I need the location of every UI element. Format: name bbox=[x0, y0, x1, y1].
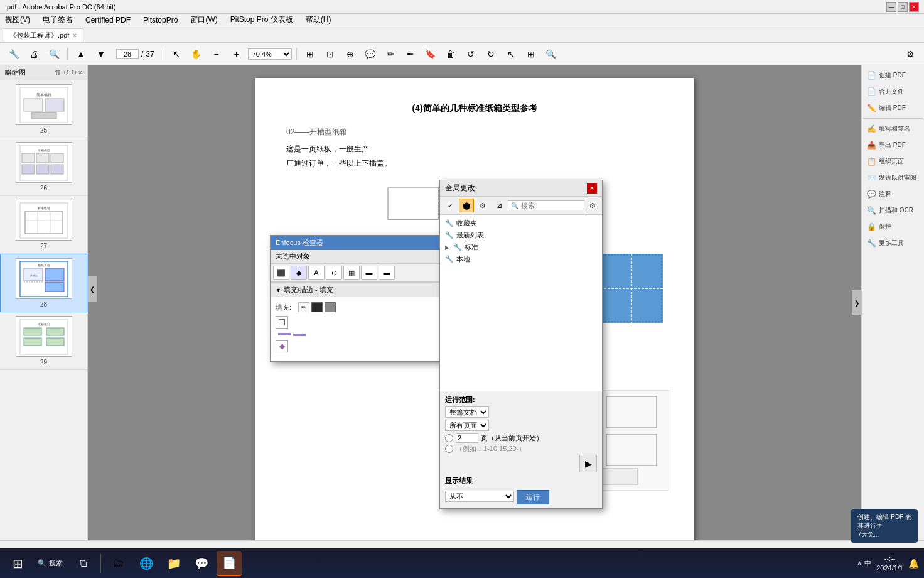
select2-tool[interactable]: ↖ bbox=[502, 45, 520, 63]
shape-icon-square[interactable]: □ bbox=[276, 316, 288, 329]
left-nav-arrow[interactable]: ❮ bbox=[88, 276, 97, 302]
global-check-btn[interactable]: ✓ bbox=[443, 199, 458, 212]
right-btn-edit[interactable]: ✏️ 编辑 PDF bbox=[863, 101, 923, 116]
menu-sign[interactable]: 电子签名 bbox=[40, 14, 75, 25]
start-button[interactable]: ⊞ bbox=[5, 551, 30, 576]
run-doc-select[interactable]: 整篇文档 bbox=[445, 406, 489, 418]
global-settings-btn[interactable]: ⚙ bbox=[586, 199, 599, 212]
enfocus-tool-circle[interactable]: ⊙ bbox=[326, 266, 342, 280]
global-dialog-close[interactable]: × bbox=[587, 183, 597, 194]
taskbar-browser-btn[interactable]: 🌐 bbox=[134, 551, 159, 576]
display-results-select[interactable]: 从不 bbox=[445, 491, 514, 502]
tray-zh[interactable]: 中 bbox=[864, 559, 871, 568]
thumb-rotate-left-btn[interactable]: ↺ bbox=[63, 68, 69, 77]
thumbnail-item-28[interactable]: 包装工程 开槽型 28 bbox=[0, 254, 87, 312]
pen-tool[interactable]: ✏ bbox=[382, 45, 399, 63]
hand-tool[interactable]: ✋ bbox=[188, 45, 205, 63]
snap-tool[interactable]: ⊡ bbox=[321, 45, 339, 63]
enfocus-tool-bar1[interactable]: ▬ bbox=[361, 266, 377, 280]
global-gear-btn[interactable]: ⚙ bbox=[475, 199, 490, 212]
enfocus-tool-bar2[interactable]: ▬ bbox=[379, 266, 395, 280]
right-btn-send[interactable]: 📨 发送以供审阅 bbox=[863, 170, 923, 185]
global-active-btn[interactable]: ⬤ bbox=[459, 199, 474, 212]
right-nav-arrow[interactable]: ❯ bbox=[852, 290, 861, 315]
taskbar-messaging-btn[interactable]: 💬 bbox=[189, 551, 214, 576]
search-button[interactable]: 🔍 搜索 bbox=[33, 551, 68, 576]
menu-window[interactable]: 窗口(W) bbox=[188, 14, 220, 25]
tool-search[interactable]: 🔍 bbox=[45, 45, 63, 63]
run-radio-custom-input[interactable] bbox=[445, 445, 453, 453]
right-btn-merge[interactable]: 📄 合并文件 bbox=[863, 84, 923, 99]
right-btn-sign[interactable]: ✍ 填写和签名 bbox=[863, 121, 923, 136]
select-tool[interactable]: ↖ bbox=[168, 45, 185, 63]
taskbar-explorer-btn[interactable]: 📁 bbox=[161, 551, 186, 576]
thumb-delete-btn[interactable]: 🗑 bbox=[55, 68, 62, 77]
run-pages-select[interactable]: 所有页面 bbox=[445, 420, 489, 431]
right-btn-export[interactable]: 📤 导出 PDF bbox=[863, 138, 923, 153]
page-prev-button[interactable]: ▲ bbox=[72, 45, 90, 63]
thumbnail-item-26[interactable]: 纸箱类型 26 bbox=[0, 138, 87, 196]
pitstop-tool-right[interactable]: ⚙ bbox=[901, 45, 919, 63]
right-btn-comment[interactable]: 💬 注释 bbox=[863, 187, 923, 202]
fill-color-swatch-black[interactable] bbox=[311, 302, 323, 312]
menu-pitstop-dashboard[interactable]: PitStop Pro 仪表板 bbox=[228, 14, 296, 25]
search-doc-tool[interactable]: 🔍 bbox=[542, 45, 560, 63]
brush-tool[interactable]: ✒ bbox=[402, 45, 419, 63]
tree-item-recent[interactable]: 🔧 最新列表 bbox=[440, 229, 602, 241]
tray-up-arrow[interactable]: ∧ bbox=[857, 559, 862, 567]
fill-edit-btn[interactable]: ✏ bbox=[298, 302, 309, 312]
zoom-in-button[interactable]: + bbox=[228, 45, 245, 63]
menu-certified[interactable]: Certified PDF bbox=[83, 16, 133, 25]
right-btn-more[interactable]: 🔧 更多工具 bbox=[863, 236, 923, 251]
thumbnail-item-27[interactable]: 标准纸箱 27 bbox=[0, 196, 87, 254]
menu-help[interactable]: 帮助(H) bbox=[303, 14, 334, 25]
table-tool[interactable]: ⊞ bbox=[522, 45, 540, 63]
taskbar-acrobat-btn[interactable]: 📄 bbox=[217, 551, 242, 576]
right-btn-protect[interactable]: 🔒 保护 bbox=[863, 219, 923, 234]
page-next-button[interactable]: ▼ bbox=[92, 45, 110, 63]
delete-tool[interactable]: 🗑 bbox=[442, 45, 459, 63]
right-btn-organize[interactable]: 📋 组织页面 bbox=[863, 154, 923, 169]
page-number-input[interactable] bbox=[116, 49, 139, 59]
fill-color-swatch-gray[interactable] bbox=[325, 302, 336, 312]
global-search-box[interactable]: 🔍 bbox=[508, 200, 584, 210]
tree-item-standard[interactable]: ▶ 🔧 标准 bbox=[440, 241, 602, 253]
enfocus-tool-text[interactable]: A bbox=[308, 266, 325, 280]
menu-pitstop[interactable]: PitstopPro bbox=[141, 16, 180, 25]
thumbnail-item-25[interactable]: 简单纸箱 25 bbox=[0, 80, 87, 138]
right-btn-ocr[interactable]: 🔍 扫描和 OCR bbox=[863, 203, 923, 218]
minimize-button[interactable]: — bbox=[886, 2, 896, 12]
thumb-close-btn[interactable]: × bbox=[78, 68, 82, 77]
enfocus-tool-rect[interactable]: ⬛ bbox=[273, 266, 289, 280]
run-button[interactable]: 运行 bbox=[517, 490, 549, 504]
tree-expand-standard[interactable]: ▶ bbox=[445, 244, 449, 251]
run-radio-pagenum-input[interactable] bbox=[445, 434, 453, 442]
enfocus-tool-grid[interactable]: ▦ bbox=[343, 266, 360, 280]
menu-view[interactable]: 视图(V) bbox=[3, 14, 33, 25]
tab-close-button[interactable]: × bbox=[73, 32, 77, 39]
zoom-select[interactable]: 70.4% 50% 75% 100% bbox=[248, 48, 292, 60]
tool-print[interactable]: 🖨 bbox=[25, 45, 43, 63]
annotation-tool[interactable]: 💬 bbox=[362, 45, 379, 63]
enfocus-tool-diamond[interactable]: ◆ bbox=[291, 266, 307, 280]
tree-item-favorites[interactable]: 🔧 收藏夹 bbox=[440, 217, 602, 229]
taskview-button[interactable]: ⧉ bbox=[70, 551, 95, 576]
marquee-tool[interactable]: ⊕ bbox=[341, 45, 359, 63]
notification-bell[interactable]: 🔔 bbox=[908, 559, 919, 569]
stamp-tool[interactable]: 🔖 bbox=[422, 45, 439, 63]
maximize-button[interactable]: □ bbox=[898, 2, 908, 12]
undo-tool[interactable]: ↺ bbox=[462, 45, 480, 63]
close-button[interactable]: ✕ bbox=[909, 2, 919, 12]
global-filter-btn[interactable]: ⊿ bbox=[492, 199, 507, 212]
zoom-out-button[interactable]: − bbox=[208, 45, 225, 63]
taskbar-files-btn[interactable]: 🗂 bbox=[106, 551, 131, 576]
thumbnail-item-29[interactable]: 纸箱设计 29 bbox=[0, 312, 87, 370]
global-search-input[interactable] bbox=[521, 202, 571, 209]
tree-item-local[interactable]: 🔧 本地 bbox=[440, 253, 602, 265]
shape-icon-diamond[interactable]: ◆ bbox=[276, 340, 288, 352]
play-button[interactable]: ▶ bbox=[579, 455, 597, 472]
run-page-number-input[interactable] bbox=[456, 433, 478, 443]
right-btn-create-pdf[interactable]: 📄 创建 PDF bbox=[863, 68, 923, 83]
thumb-rotate-right-btn[interactable]: ↻ bbox=[71, 68, 77, 77]
tool-unknown1[interactable]: 🔧 bbox=[5, 45, 23, 63]
